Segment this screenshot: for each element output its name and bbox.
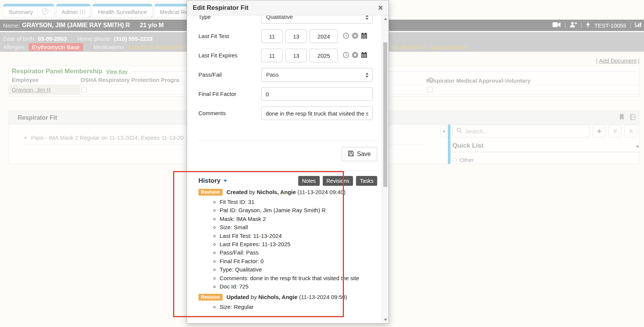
comments-row: Comments bbox=[198, 106, 377, 120]
annotation-rectangle bbox=[173, 171, 344, 317]
last-fit-expires-month-input[interactable] bbox=[261, 49, 283, 62]
calendar-icon[interactable] bbox=[361, 52, 367, 60]
last-fit-expires-row: Last Fit Expires bbox=[198, 49, 377, 62]
save-row: Save bbox=[198, 147, 377, 161]
pass-fail-select[interactable]: Pass bbox=[261, 68, 373, 82]
modal-title: Edit Respirator Fit bbox=[193, 4, 248, 12]
comments-input[interactable] bbox=[261, 106, 373, 120]
close-icon[interactable]: × bbox=[378, 4, 383, 12]
pass-fail-row: Pass/Fail Pass bbox=[198, 68, 377, 82]
type-field-row: Type Qualitative bbox=[198, 15, 377, 24]
clock-icon[interactable] bbox=[343, 32, 349, 40]
clock-icon[interactable] bbox=[343, 52, 349, 60]
last-fit-test-day-input[interactable] bbox=[285, 29, 307, 43]
date-tools bbox=[343, 29, 367, 43]
final-fit-factor-label: Final Fit Factor bbox=[198, 87, 255, 101]
clear-date-icon[interactable] bbox=[352, 52, 358, 60]
save-disk-icon bbox=[348, 151, 354, 158]
scrollbar-thumb[interactable] bbox=[383, 42, 387, 187]
modal-header: Edit Respirator Fit × bbox=[187, 0, 389, 15]
final-fit-factor-input[interactable] bbox=[261, 87, 373, 101]
last-fit-expires-label: Last Fit Expires bbox=[198, 49, 255, 62]
divider bbox=[198, 140, 377, 141]
application-window: Summary Admin (1) Health Surveillance Me… bbox=[0, 0, 644, 327]
final-fit-factor-row: Final Fit Factor bbox=[198, 87, 377, 101]
type-label: Type bbox=[198, 15, 255, 24]
last-fit-test-row: Last Fit Test bbox=[198, 29, 377, 43]
date-tools bbox=[343, 49, 367, 62]
last-fit-expires-day-input[interactable] bbox=[285, 49, 307, 62]
modal-scrollbar bbox=[382, 15, 389, 323]
divider bbox=[198, 170, 377, 171]
last-fit-expires-year-input[interactable] bbox=[310, 49, 338, 62]
type-select[interactable]: Qualitative bbox=[261, 15, 373, 24]
clear-date-icon[interactable] bbox=[352, 32, 358, 40]
last-fit-test-year-input[interactable] bbox=[310, 29, 338, 43]
scroll-up-arrow[interactable] bbox=[382, 15, 389, 22]
save-button[interactable]: Save bbox=[342, 147, 377, 161]
comments-label: Comments bbox=[198, 106, 255, 120]
last-fit-test-month-input[interactable] bbox=[261, 29, 283, 43]
pass-fail-label: Pass/Fail bbox=[198, 68, 255, 82]
scroll-down-arrow[interactable] bbox=[382, 316, 389, 323]
last-fit-test-label: Last Fit Test bbox=[198, 29, 255, 43]
calendar-icon[interactable] bbox=[361, 32, 367, 40]
select-caret-icon bbox=[365, 15, 369, 20]
select-caret-icon bbox=[365, 72, 369, 78]
tasks-button[interactable]: Tasks bbox=[356, 176, 377, 186]
